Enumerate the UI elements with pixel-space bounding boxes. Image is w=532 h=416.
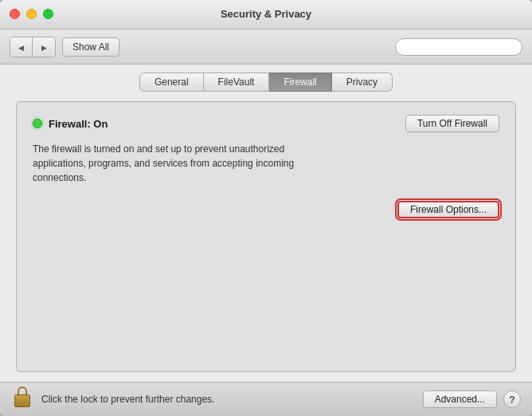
- window-title: Security & Privacy: [221, 8, 311, 20]
- close-button[interactable]: [10, 9, 20, 19]
- back-button[interactable]: [10, 37, 33, 57]
- lock-shackle: [18, 387, 27, 394]
- search-input[interactable]: [395, 38, 522, 56]
- main-window: Security & Privacy Show All 🔍 General Fi…: [0, 0, 532, 416]
- help-button[interactable]: ?: [503, 390, 521, 408]
- search-wrapper: 🔍: [395, 38, 522, 56]
- tab-general[interactable]: General: [139, 73, 204, 92]
- firewall-description: The firewall is turned on and set up to …: [33, 142, 327, 185]
- lock-label: Click the lock to prevent further change…: [41, 394, 214, 405]
- firewall-status-left: Firewall: On: [33, 118, 108, 130]
- chevron-right-icon: [41, 42, 47, 52]
- maximize-button[interactable]: [43, 9, 53, 19]
- main-content: Firewall: On Turn Off Firewall The firew…: [0, 92, 532, 382]
- lock-icon[interactable]: [11, 387, 33, 412]
- chevron-left-icon: [18, 42, 24, 52]
- lock-body: [14, 394, 30, 407]
- title-bar: Security & Privacy: [0, 0, 532, 29]
- tab-filevault[interactable]: FileVault: [204, 73, 270, 92]
- toolbar: Show All 🔍: [0, 29, 532, 65]
- firewall-status-label: Firewall: On: [49, 118, 108, 130]
- turn-off-firewall-button[interactable]: Turn Off Firewall: [405, 115, 499, 132]
- firewall-status-row: Firewall: On Turn Off Firewall: [33, 115, 499, 132]
- tab-privacy[interactable]: Privacy: [332, 73, 393, 92]
- show-all-button[interactable]: Show All: [62, 37, 119, 57]
- bottom-right: Advanced... ?: [423, 390, 521, 408]
- tabs-bar: General FileVault Firewall Privacy: [0, 65, 532, 92]
- traffic-lights: [10, 9, 53, 19]
- firewall-options-button[interactable]: Firewall Options...: [397, 201, 499, 218]
- tab-firewall[interactable]: Firewall: [269, 73, 331, 92]
- advanced-button[interactable]: Advanced...: [423, 390, 497, 408]
- content-panel: Firewall: On Turn Off Firewall The firew…: [16, 101, 516, 372]
- forward-button[interactable]: [33, 37, 55, 57]
- minimize-button[interactable]: [26, 9, 37, 19]
- nav-buttons: [10, 37, 56, 57]
- bottom-bar: Click the lock to prevent further change…: [0, 382, 532, 416]
- firewall-options-row: Firewall Options...: [33, 201, 499, 218]
- status-dot-green: [33, 119, 42, 128]
